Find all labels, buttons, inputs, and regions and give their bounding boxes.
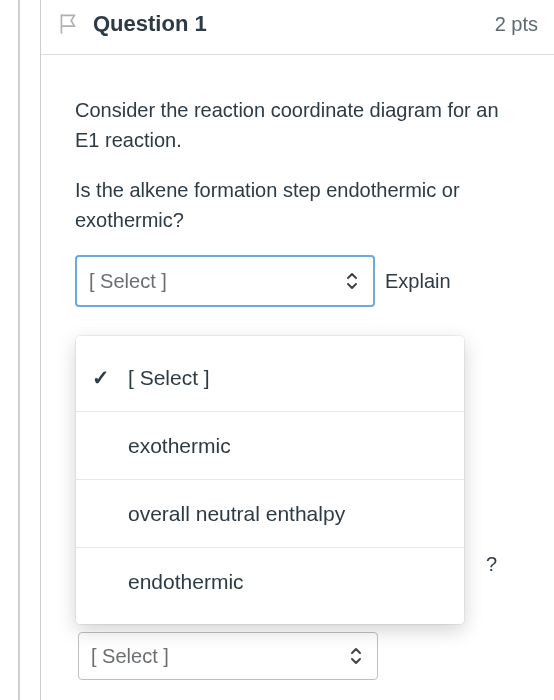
select-placeholder: [ Select ] — [89, 266, 167, 296]
answer-select-1[interactable]: [ Select ] — [75, 255, 375, 307]
dropdown-option-endothermic[interactable]: endothermic — [76, 548, 464, 616]
chevron-updown-icon — [345, 271, 359, 291]
dropdown-option-label: [ Select ] — [128, 366, 210, 390]
flag-icon[interactable] — [55, 10, 83, 38]
explain-label: Explain — [385, 266, 451, 296]
dropdown-option-label: endothermic — [128, 570, 244, 594]
question-text-2: Is the alkene formation step endothermic… — [75, 175, 526, 235]
question-points: 2 pts — [495, 13, 538, 36]
dropdown-option-exothermic[interactable]: exothermic — [76, 412, 464, 480]
chevron-updown-icon — [349, 646, 363, 666]
stray-question-mark: ? — [486, 553, 497, 576]
select-placeholder: [ Select ] — [91, 645, 169, 668]
dropdown-menu: ✓ [ Select ] exothermic overall neutral … — [76, 336, 464, 624]
dropdown-option-label: overall neutral enthalpy — [128, 502, 345, 526]
dropdown-option-label: exothermic — [128, 434, 231, 458]
dropdown-option-select[interactable]: ✓ [ Select ] — [76, 344, 464, 412]
question-text-1: Consider the reaction coordinate diagram… — [75, 95, 526, 155]
question-body: Consider the reaction coordinate diagram… — [41, 55, 554, 327]
answer-select-2[interactable]: [ Select ] — [78, 632, 378, 680]
question-header: Question 1 2 pts — [41, 0, 554, 55]
dropdown-option-neutral[interactable]: overall neutral enthalpy — [76, 480, 464, 548]
question-title: Question 1 — [93, 11, 207, 37]
check-icon: ✓ — [92, 366, 110, 390]
